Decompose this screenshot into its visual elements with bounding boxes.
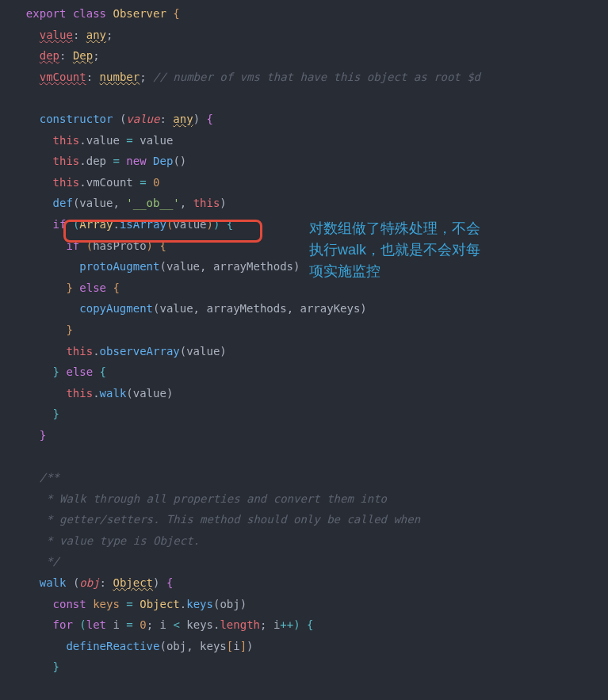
code-line: value: any; xyxy=(3,25,608,46)
code-line xyxy=(3,446,608,467)
code-line: * value type is Object. xyxy=(3,530,608,552)
code-line: def(value, '__ob__', this) xyxy=(3,193,608,214)
keyword-this: this xyxy=(53,134,80,147)
type: any xyxy=(173,113,193,125)
code-line: export class Observer { xyxy=(3,3,608,25)
code-line: } xyxy=(3,319,608,341)
code-line: } xyxy=(3,425,608,446)
code-line: this.walk(value) xyxy=(3,383,608,404)
keyword-else: else xyxy=(66,365,93,378)
class-name: Observer xyxy=(113,7,166,20)
keyword-new: new xyxy=(126,155,146,167)
param: value xyxy=(126,113,159,125)
comment-block: */ xyxy=(40,555,59,568)
comment-block: /** xyxy=(40,471,59,484)
code-line: */ xyxy=(3,551,608,572)
code-line: defineReactive(obj, keys[i]) xyxy=(3,636,608,657)
code-line: this.dep = new Dep() xyxy=(3,151,608,172)
code-line: protoAugment(value, arrayMethods) xyxy=(3,256,608,277)
keyword-else: else xyxy=(79,281,106,294)
code-line xyxy=(3,87,608,109)
comment-block: * Walk through all properties and conver… xyxy=(40,492,387,505)
code-line: walk (obj: Object) { xyxy=(3,572,608,594)
code-line: * Walk through all properties and conver… xyxy=(3,488,608,510)
code-line: /** xyxy=(3,467,608,488)
code-line: this.value = value xyxy=(3,130,608,151)
code-line: this.observeArray(value) xyxy=(3,341,608,362)
keyword-for: for xyxy=(53,618,73,631)
keyword-if: if xyxy=(66,239,79,252)
code-line: vmCount: number; // number of vms that h… xyxy=(3,67,608,88)
keyword-export: export xyxy=(26,7,67,20)
function-call: protoAugment xyxy=(79,260,159,273)
method-walk: walk xyxy=(40,576,67,589)
property: dep xyxy=(40,49,59,62)
code-line: this.vmCount = 0 xyxy=(3,172,608,193)
code-line: constructor (value: any) { xyxy=(3,109,608,130)
comment: // number of vms that have this object a… xyxy=(153,71,480,83)
property: vmCount xyxy=(40,71,86,83)
code-line: if (Array.isArray(value)) { xyxy=(3,214,608,235)
comment-block: * value type is Object. xyxy=(40,534,200,547)
code-line: } xyxy=(3,656,608,678)
code-line: dep: Dep; xyxy=(3,45,608,67)
code-line: copyAugment(value, arrayMethods, arrayKe… xyxy=(3,298,608,319)
keyword-this: this xyxy=(53,176,80,189)
keyword-this: this xyxy=(53,155,80,167)
function-call: copyAugment xyxy=(79,302,153,315)
code-line: const keys = Object.keys(obj) xyxy=(3,594,608,615)
type: number xyxy=(100,71,140,83)
code-line: } xyxy=(3,404,608,425)
type: any xyxy=(86,29,106,41)
code-line: if (hasProto) { xyxy=(3,235,608,257)
keyword-const: const xyxy=(53,598,86,610)
function-call: def xyxy=(53,197,73,209)
brace: { xyxy=(173,7,179,20)
code-line: } else { xyxy=(3,277,608,299)
type: Dep xyxy=(73,49,93,62)
property: value xyxy=(40,29,73,41)
comment-block: * getter/setters. This method should onl… xyxy=(40,513,420,526)
code-line: for (let i = 0; i < keys.length; i++) { xyxy=(3,614,608,636)
code-editor[interactable]: export class Observer { value: any; dep:… xyxy=(0,3,608,678)
code-line: * getter/setters. This method should onl… xyxy=(3,509,608,530)
code-line: } else { xyxy=(3,361,608,383)
method-constructor: constructor xyxy=(40,113,113,125)
keyword-if: if xyxy=(53,218,67,231)
function-call: defineReactive xyxy=(66,640,159,652)
keyword-class: class xyxy=(73,7,106,20)
